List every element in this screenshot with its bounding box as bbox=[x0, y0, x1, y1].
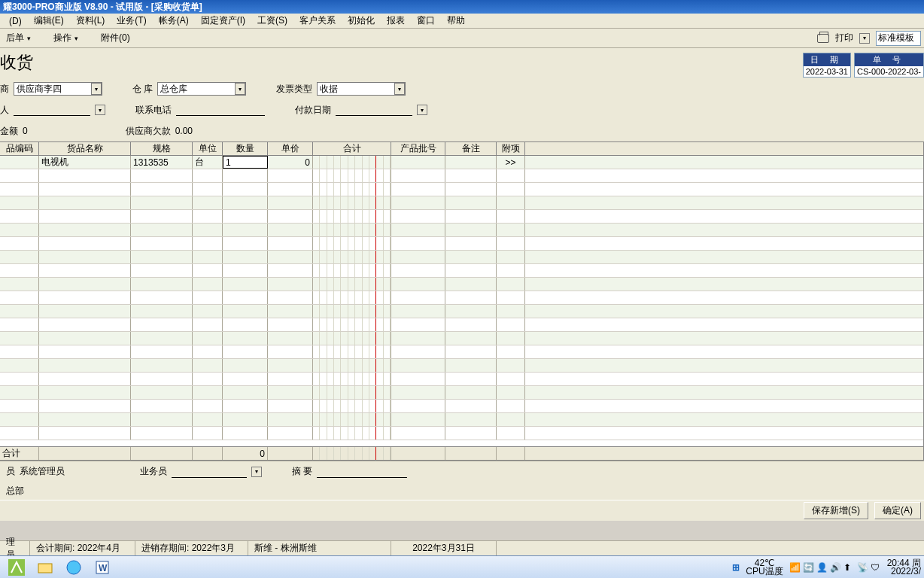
table-row[interactable] bbox=[0, 318, 923, 332]
tray-icon[interactable]: ⬆ bbox=[843, 562, 854, 573]
menu-item[interactable]: 帮助 bbox=[441, 14, 471, 27]
table-row[interactable] bbox=[0, 400, 923, 413]
svg-rect-1 bbox=[38, 564, 52, 573]
cell-spec[interactable]: 1313535 bbox=[131, 156, 193, 169]
summary-input[interactable] bbox=[317, 466, 407, 478]
status-period: 会计期间: 2022年4月 bbox=[30, 541, 135, 555]
cell-qty[interactable]: 1 bbox=[223, 156, 268, 169]
tray-icon[interactable]: 🔊 bbox=[830, 562, 840, 573]
cell-total[interactable] bbox=[313, 156, 391, 169]
sales-input[interactable] bbox=[172, 466, 247, 478]
table-row[interactable] bbox=[0, 196, 923, 210]
table-row[interactable] bbox=[0, 169, 923, 183]
status-admin: 理员 bbox=[0, 541, 30, 555]
operate-button[interactable]: 操作 bbox=[53, 32, 78, 44]
col-batch[interactable]: 产品批号 bbox=[391, 142, 445, 155]
tray-icon[interactable]: 📶 bbox=[789, 562, 800, 573]
menu-item[interactable]: 报表 bbox=[381, 14, 411, 27]
menu-item[interactable]: 窗口 bbox=[411, 14, 441, 27]
print-dropdown[interactable]: ▾ bbox=[859, 33, 870, 44]
col-price[interactable]: 单价 bbox=[268, 142, 313, 155]
table-row[interactable] bbox=[0, 264, 923, 278]
taskbar-browser-icon[interactable] bbox=[60, 558, 87, 577]
table-row[interactable] bbox=[0, 373, 923, 386]
taskbar-explorer-icon[interactable] bbox=[32, 558, 59, 577]
tray-icon[interactable]: 📡 bbox=[857, 562, 868, 573]
menu-item[interactable]: 固定资产(I) bbox=[195, 14, 251, 27]
document-header: 收货 日 期 2022-03-31 单 号 CS-000-2022-03- 商 … bbox=[0, 48, 924, 141]
phone-input[interactable] bbox=[176, 104, 265, 116]
menu-item[interactable]: (D) bbox=[3, 16, 28, 26]
cell-price[interactable]: 0 bbox=[268, 156, 313, 169]
col-qty[interactable]: 数量 bbox=[223, 142, 268, 155]
back-doc-button[interactable]: 后单 bbox=[6, 32, 31, 44]
warehouse-combo[interactable]: 总仓库▾ bbox=[157, 82, 246, 96]
table-row[interactable] bbox=[0, 332, 923, 345]
table-row[interactable] bbox=[0, 345, 923, 359]
col-remark[interactable]: 备注 bbox=[445, 142, 497, 155]
menu-item[interactable]: 工资(S) bbox=[251, 14, 293, 27]
invoice-combo[interactable]: 收据▾ bbox=[317, 82, 406, 96]
toolbar: 后单 操作 附件(0) 打印 ▾ 标准模板 bbox=[0, 29, 924, 48]
tray-logo-icon: ⊞ bbox=[732, 562, 740, 573]
table-row[interactable] bbox=[0, 183, 923, 196]
docno-value[interactable]: CS-000-2022-03- bbox=[855, 66, 923, 77]
table-row[interactable] bbox=[0, 305, 923, 318]
taskbar-word-icon[interactable]: W bbox=[89, 558, 116, 577]
person-input[interactable] bbox=[14, 104, 90, 116]
table-row[interactable] bbox=[0, 359, 923, 373]
print-button[interactable]: 打印 bbox=[835, 32, 853, 44]
menu-item[interactable]: 初始化 bbox=[342, 14, 381, 27]
printer-icon bbox=[817, 34, 829, 43]
status-bar: 理员 会计期间: 2022年4月 进销存期间: 2022年3月 斯维 - 株洲斯… bbox=[0, 540, 924, 555]
table-row[interactable] bbox=[0, 251, 923, 264]
cell-attach[interactable]: >> bbox=[497, 156, 525, 169]
col-name[interactable]: 货品名称 bbox=[39, 142, 131, 155]
template-select[interactable]: 标准模板 bbox=[876, 31, 921, 46]
tray-icon[interactable]: 🔄 bbox=[803, 562, 813, 573]
menu-item[interactable]: 业务(T) bbox=[111, 14, 152, 27]
items-grid[interactable]: 品编码 货品名称 规格 单位 数量 单价 合计 产品批号 备注 附项 电视机 1… bbox=[0, 141, 924, 461]
col-total[interactable]: 合计 bbox=[313, 142, 391, 155]
supplier-label: 商 bbox=[0, 83, 9, 96]
taskbar-app-icon[interactable] bbox=[3, 558, 30, 577]
table-row[interactable] bbox=[0, 210, 923, 224]
table-row[interactable]: 电视机 1313535 台 1 0 >> bbox=[0, 156, 923, 169]
ok-button[interactable]: 确定(A) bbox=[874, 502, 921, 519]
table-row[interactable] bbox=[0, 224, 923, 237]
attachment-button[interactable]: 附件(0) bbox=[101, 32, 130, 44]
tray-icon[interactable]: 👤 bbox=[816, 562, 827, 573]
sum-qty: 0 bbox=[223, 447, 268, 460]
col-code[interactable]: 品编码 bbox=[0, 142, 39, 155]
person-dropdown[interactable]: ▾ bbox=[95, 105, 105, 115]
table-row[interactable] bbox=[0, 291, 923, 305]
table-row[interactable] bbox=[0, 278, 923, 291]
paydate-dropdown[interactable]: ▾ bbox=[417, 105, 427, 115]
col-unit[interactable]: 单位 bbox=[193, 142, 223, 155]
table-row[interactable] bbox=[0, 427, 923, 440]
tray-icon[interactable]: 🛡 bbox=[871, 562, 881, 573]
window-title: 耀3000-PRO商业版 V8.90 - 试用版 - [采购收货单] bbox=[3, 2, 202, 12]
tray-clock[interactable]: 20:44 周 2022/3/ bbox=[887, 559, 921, 576]
amount-value: 0 bbox=[23, 126, 28, 136]
table-row[interactable] bbox=[0, 413, 923, 427]
date-value[interactable]: 2022-03-31 bbox=[804, 66, 850, 77]
col-attach[interactable]: 附项 bbox=[497, 142, 525, 155]
supplier-combo[interactable]: 供应商李四▾ bbox=[14, 82, 102, 96]
tray-icons[interactable]: 📶 🔄 👤 🔊 ⬆ 📡 🛡 bbox=[789, 562, 881, 573]
sales-dropdown[interactable]: ▾ bbox=[251, 467, 262, 477]
save-new-button[interactable]: 保存新增(S) bbox=[804, 502, 868, 519]
table-row[interactable] bbox=[0, 386, 923, 400]
date-box: 日 期 2022-03-31 bbox=[803, 53, 851, 78]
menu-item[interactable]: 客户关系 bbox=[293, 14, 342, 27]
cell-name[interactable]: 电视机 bbox=[39, 156, 131, 169]
cell-unit[interactable]: 台 bbox=[193, 156, 223, 169]
table-row[interactable] bbox=[0, 237, 923, 251]
grid-body[interactable]: 电视机 1313535 台 1 0 >> document.write(Arra… bbox=[0, 156, 923, 446]
paydate-input[interactable] bbox=[336, 104, 412, 116]
phone-label: 联系电话 bbox=[135, 104, 172, 117]
col-spec[interactable]: 规格 bbox=[131, 142, 193, 155]
menu-item[interactable]: 资料(L) bbox=[70, 14, 111, 27]
menu-item[interactable]: 帐务(A) bbox=[153, 14, 195, 27]
menu-item[interactable]: 编辑(E) bbox=[28, 14, 70, 27]
